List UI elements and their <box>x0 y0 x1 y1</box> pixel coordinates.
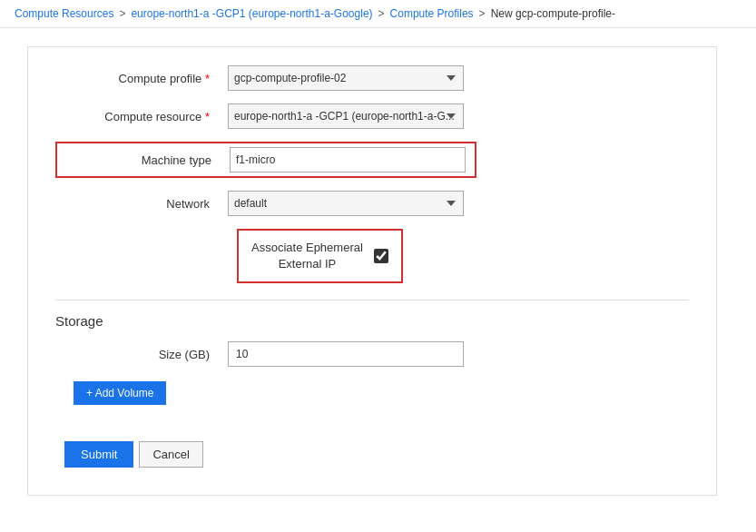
breadcrumb-sep2: > <box>378 7 385 20</box>
network-select[interactable]: default <box>228 191 464 216</box>
machine-type-label: Machine type <box>57 153 230 167</box>
breadcrumb-current: New gcp-compute-profile- <box>491 7 615 20</box>
machine-type-row: Machine type f1-micro <box>55 142 689 178</box>
network-label: Network <box>55 197 228 211</box>
compute-resource-row: Compute resource * europe-north1-a -GCP1… <box>55 103 689 129</box>
cancel-button[interactable]: Cancel <box>139 441 202 468</box>
form-container: Compute profile * gcp-compute-profile-02… <box>27 46 717 496</box>
breadcrumb-compute-resources[interactable]: Compute Resources <box>15 7 113 20</box>
associate-label: Associate Ephemeral External IP <box>251 240 363 272</box>
breadcrumb-sep3: > <box>479 7 486 20</box>
compute-profile-row: Compute profile * gcp-compute-profile-02 <box>55 65 689 91</box>
associate-checkbox-wrap[interactable] <box>374 249 388 263</box>
storage-title: Storage <box>55 313 689 329</box>
associate-checkbox[interactable] <box>374 249 388 263</box>
storage-section: Storage Size (GB) + Add Volume <box>55 300 689 423</box>
machine-type-select[interactable]: f1-micro <box>230 147 466 172</box>
breadcrumb-compute-profiles[interactable]: Compute Profiles <box>390 7 474 20</box>
breadcrumb: Compute Resources > europe-north1-a -GCP… <box>0 0 756 28</box>
breadcrumb-region[interactable]: europe-north1-a -GCP1 (europe-north1-a-G… <box>131 7 372 20</box>
form-buttons: Submit Cancel <box>64 441 689 468</box>
storage-divider <box>55 300 689 300</box>
associate-ephemeral-box: Associate Ephemeral External IP <box>237 229 403 283</box>
breadcrumb-sep1: > <box>119 7 125 20</box>
main-content: Compute profile * gcp-compute-profile-02… <box>0 28 756 514</box>
size-input[interactable] <box>228 341 464 367</box>
compute-profile-label: Compute profile * <box>55 72 228 85</box>
add-volume-container: + Add Volume <box>64 381 689 423</box>
compute-resource-label: Compute resource * <box>55 110 228 123</box>
add-volume-button[interactable]: + Add Volume <box>74 381 166 405</box>
size-label: Size (GB) <box>55 348 228 361</box>
associate-row: Associate Ephemeral External IP <box>55 229 689 283</box>
submit-button[interactable]: Submit <box>64 441 133 468</box>
compute-resource-select[interactable]: europe-north1-a -GCP1 (europe-north1-a-G… <box>228 103 464 129</box>
compute-profile-select[interactable]: gcp-compute-profile-02 <box>228 65 464 91</box>
network-row: Network default <box>55 191 689 216</box>
size-row: Size (GB) <box>55 341 689 367</box>
